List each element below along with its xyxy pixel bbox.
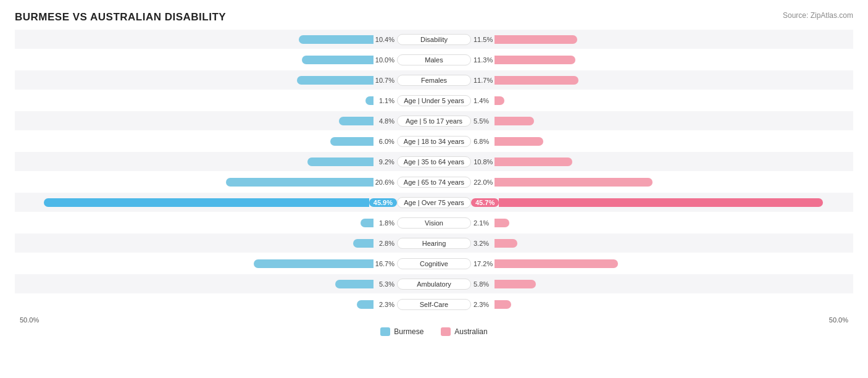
chart-row: 10.7% Females 11.7% — [15, 70, 853, 90]
right-bar — [495, 137, 543, 146]
row-inner: 6.0% Age | 18 to 34 years 6.8% — [15, 132, 853, 151]
right-section: 5.5% — [471, 111, 853, 130]
right-section: 45.7% — [471, 193, 853, 212]
legend-burmese: Burmese — [380, 327, 424, 336]
right-value: 2.1% — [471, 219, 495, 227]
right-bar-container — [495, 95, 853, 106]
chart-row: 16.7% Cognitive 17.2% — [15, 254, 853, 273]
right-section: 5.8% — [471, 274, 853, 293]
left-section: 10.4% — [15, 30, 397, 49]
right-bar — [495, 56, 575, 64]
chart-row: 2.8% Hearing 3.2% — [15, 233, 853, 253]
right-section: 22.0% — [471, 172, 853, 191]
left-bar — [361, 219, 373, 227]
right-bar-container — [495, 54, 853, 65]
left-bar-container — [15, 156, 373, 167]
row-label: Age | 5 to 17 years — [397, 116, 471, 127]
left-section: 10.7% — [15, 70, 397, 90]
left-bar-container — [15, 116, 373, 127]
right-section: 11.5% — [471, 30, 853, 49]
right-value: 45.7% — [471, 198, 499, 207]
left-bar-container — [15, 177, 373, 188]
right-value: 10.8% — [471, 158, 495, 166]
left-value: 2.8% — [373, 240, 397, 247]
chart-area: 10.4% Disability 11.5% 10.0% Males 11.3% — [15, 30, 853, 314]
left-value: 45.9% — [369, 198, 397, 207]
axis-row: 50.0% 50.0% — [15, 316, 853, 324]
australian-color-box — [441, 327, 451, 336]
row-label: Males — [397, 54, 471, 65]
right-bar — [499, 198, 822, 207]
left-bar — [297, 76, 373, 85]
left-bar-container — [15, 197, 369, 208]
row-inner: 20.6% Age | 65 to 74 years 22.0% — [15, 172, 853, 191]
row-label: Age | 35 to 64 years — [397, 156, 471, 167]
right-section: 3.2% — [471, 233, 853, 253]
chart-legend: Burmese Australian — [15, 327, 853, 336]
right-section: 17.2% — [471, 254, 853, 273]
right-bar-container — [499, 197, 853, 208]
right-bar-container — [495, 156, 853, 167]
row-label: Cognitive — [397, 258, 471, 269]
chart-row: 2.3% Self-Care 2.3% — [15, 295, 853, 314]
right-bar — [495, 280, 536, 288]
left-bar — [307, 158, 373, 166]
right-bar-container — [495, 217, 853, 229]
right-bar-container — [495, 279, 853, 290]
right-section: 10.8% — [471, 152, 853, 171]
left-value: 10.7% — [373, 77, 397, 84]
row-label: Age | Under 5 years — [397, 95, 471, 106]
right-section: 2.3% — [471, 295, 853, 314]
right-bar — [495, 76, 578, 85]
left-bar — [302, 56, 373, 64]
row-inner: 45.9% Age | Over 75 years 45.7% — [15, 193, 853, 212]
left-bar-container — [15, 75, 373, 86]
left-value: 4.8% — [373, 117, 397, 125]
left-value: 5.3% — [373, 280, 397, 288]
row-inner: 5.3% Ambulatory 5.8% — [15, 274, 853, 293]
right-value: 11.7% — [471, 77, 495, 84]
axis-right: 50.0% — [434, 316, 853, 324]
row-label: Hearing — [397, 238, 471, 249]
left-section: 6.0% — [15, 132, 397, 151]
row-label: Disability — [397, 34, 471, 45]
row-inner: 1.8% Vision 2.1% — [15, 213, 853, 232]
chart-row: 20.6% Age | 65 to 74 years 22.0% — [15, 172, 853, 191]
left-value: 10.4% — [373, 36, 397, 43]
left-bar-container — [15, 238, 373, 249]
right-value: 3.2% — [471, 240, 495, 247]
row-inner: 4.8% Age | 5 to 17 years 5.5% — [15, 111, 853, 130]
left-bar-container — [15, 54, 373, 65]
left-value: 6.0% — [373, 138, 397, 145]
chart-row: 1.8% Vision 2.1% — [15, 213, 853, 232]
row-inner: 2.3% Self-Care 2.3% — [15, 295, 853, 314]
left-section: 2.8% — [15, 233, 397, 253]
right-value: 5.5% — [471, 117, 495, 125]
chart-row: 4.8% Age | 5 to 17 years 5.5% — [15, 111, 853, 130]
left-value: 1.1% — [373, 97, 397, 104]
right-value: 1.4% — [471, 97, 495, 104]
right-bar-container — [495, 116, 853, 127]
right-bar — [495, 300, 511, 309]
left-value: 1.8% — [373, 219, 397, 227]
right-bar — [495, 96, 504, 105]
row-inner: 10.0% Males 11.3% — [15, 50, 853, 69]
left-bar-container — [15, 279, 373, 290]
right-bar-container — [495, 34, 853, 45]
right-bar-container — [495, 136, 853, 147]
right-section: 2.1% — [471, 213, 853, 232]
left-bar-container — [15, 136, 373, 147]
legend-australian: Australian — [441, 327, 487, 336]
right-bar — [495, 35, 577, 44]
left-bar — [357, 300, 373, 309]
right-value: 17.2% — [471, 260, 495, 267]
right-bar-container — [495, 238, 853, 249]
right-bar — [495, 117, 534, 125]
row-inner: 10.4% Disability 11.5% — [15, 30, 853, 49]
left-section: 9.2% — [15, 152, 397, 171]
right-bar-container — [495, 177, 853, 188]
right-bar — [495, 219, 509, 227]
row-label: Age | 18 to 34 years — [397, 136, 471, 147]
left-bar-container — [15, 217, 373, 229]
left-section: 5.3% — [15, 274, 397, 293]
